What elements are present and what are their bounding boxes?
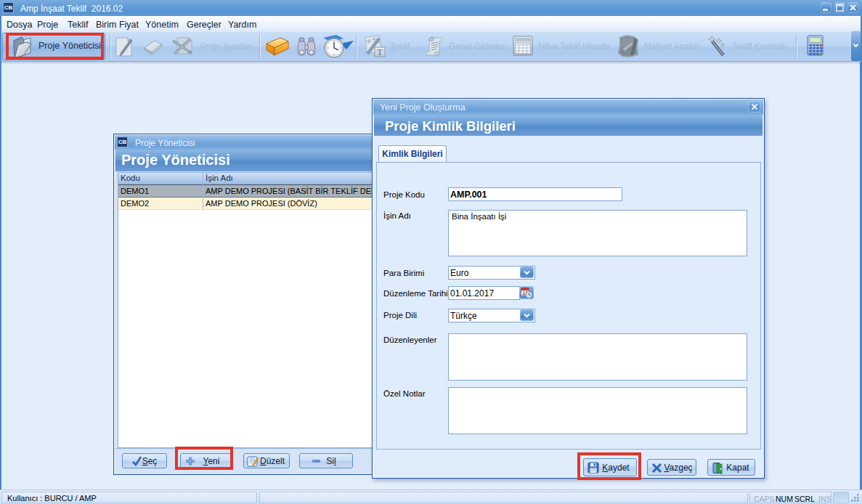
svg-text:T: T	[377, 47, 383, 57]
